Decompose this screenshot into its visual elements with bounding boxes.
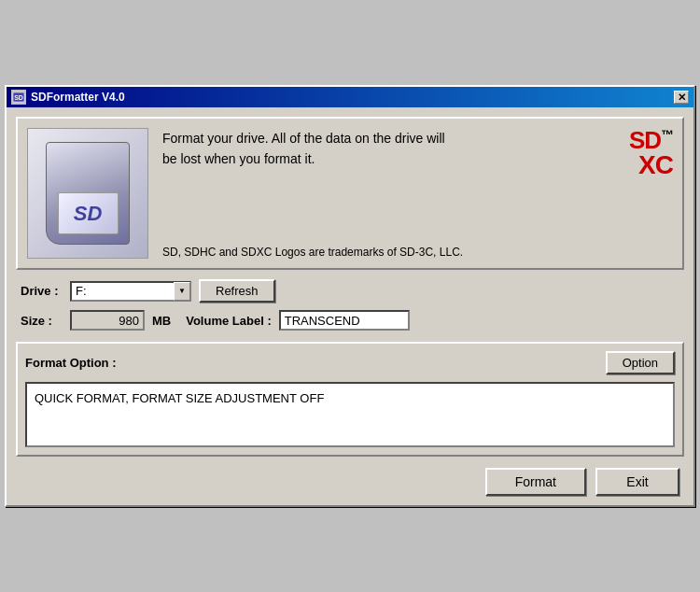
refresh-button[interactable]: Refresh	[199, 279, 275, 303]
size-row: Size : MB Volume Label :	[16, 310, 684, 331]
trademark-text: SD, SDHC and SDXC Logos are trademarks o…	[162, 246, 673, 259]
title-bar-left: SD SDFormatter V4.0	[11, 90, 125, 105]
tm-symbol: ™	[661, 127, 673, 142]
window-content: SD Format your drive. All of the data on…	[7, 107, 693, 505]
volume-input[interactable]	[279, 310, 410, 331]
sd-card-inner: SD	[46, 142, 130, 245]
svg-text:SD: SD	[14, 94, 23, 101]
format-option-header: Format Option : Option	[25, 351, 675, 374]
drive-select[interactable]: F:	[70, 281, 191, 302]
format-option-text: QUICK FORMAT, FORMAT SIZE ADJUSTMENT OFF	[25, 382, 675, 447]
format-button[interactable]: Format	[485, 468, 586, 496]
size-unit: MB	[152, 314, 171, 328]
drive-select-wrapper: F: ▼	[70, 281, 191, 302]
sd-card-image: SD	[27, 128, 148, 259]
info-text-area: Format your drive. All of the data on th…	[162, 128, 673, 259]
volume-label: Volume Label :	[186, 314, 272, 328]
info-panel: SD Format your drive. All of the data on…	[16, 117, 684, 270]
xc-part: XC	[629, 152, 673, 178]
option-button[interactable]: Option	[606, 351, 675, 374]
app-icon: SD	[11, 90, 26, 105]
sd-card-label: SD	[58, 192, 119, 234]
info-main-text: Format your drive. All of the data on th…	[162, 128, 461, 170]
format-option-label: Format Option :	[25, 356, 117, 370]
size-label: Size :	[21, 314, 63, 328]
format-option-panel: Format Option : Option QUICK FORMAT, FOR…	[16, 342, 684, 457]
size-value	[70, 310, 145, 331]
close-button[interactable]: ✕	[674, 91, 689, 104]
drive-label: Drive :	[21, 284, 63, 298]
main-window: SD SDFormatter V4.0 ✕ SD Format your dri…	[5, 85, 695, 507]
sdxc-logo: SD™ XC	[629, 128, 673, 178]
drive-row: Drive : F: ▼ Refresh	[16, 279, 684, 303]
window-title: SDFormatter V4.0	[31, 91, 125, 104]
bottom-buttons: Format Exit	[16, 468, 684, 496]
exit-button[interactable]: Exit	[595, 468, 679, 496]
title-bar: SD SDFormatter V4.0 ✕	[7, 87, 693, 107]
sdxc-logo-area: SD™ XC	[629, 128, 673, 178]
